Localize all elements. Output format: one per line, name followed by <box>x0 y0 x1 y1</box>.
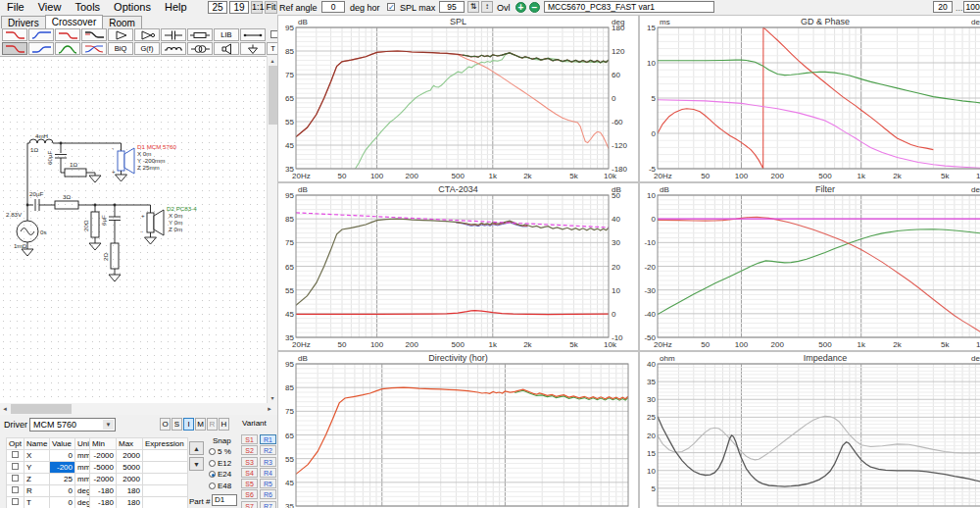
lib-button[interactable]: LIB <box>214 28 239 41</box>
table-cell[interactable]: deg <box>75 497 90 508</box>
ref-angle-input[interactable]: 0 <box>321 1 345 13</box>
table-cell[interactable]: 180 <box>117 497 143 508</box>
table-cell[interactable]: Y <box>24 462 50 474</box>
opt-checkbox[interactable] <box>12 486 19 493</box>
table-cell[interactable]: 0 <box>50 485 75 497</box>
transformer-icon[interactable] <box>187 42 213 55</box>
wire-icon[interactable] <box>240 28 266 41</box>
table-cell[interactable] <box>143 462 188 474</box>
gain-block-icon[interactable] <box>108 28 133 41</box>
snap-option-e12[interactable]: E12 <box>209 459 231 468</box>
snap-option-e24[interactable]: E24 <box>209 470 231 479</box>
mode-button-i[interactable]: I <box>183 418 194 431</box>
autoscale-button[interactable]: ↕ <box>481 1 493 13</box>
table-cell[interactable] <box>143 450 188 462</box>
driver-dropdown[interactable]: MCM 5760 ▼ <box>29 418 116 432</box>
opt-checkbox[interactable] <box>12 498 19 505</box>
highpass-blue-icon[interactable] <box>28 28 54 41</box>
table-cell[interactable]: -5000 <box>90 462 117 474</box>
scroll-up-icon[interactable]: ▴ <box>268 56 277 66</box>
opt-checkbox[interactable] <box>12 475 19 482</box>
table-cell[interactable]: 25 <box>50 474 75 485</box>
table-cell[interactable]: mm <box>75 474 90 485</box>
schematic-vertical-scrollbar[interactable]: ▴ ▾ <box>267 56 277 403</box>
tab-room[interactable]: Room <box>102 16 142 28</box>
freq-max-input[interactable]: 1000 <box>963 1 980 13</box>
menu-item-tools[interactable]: Tools <box>68 0 107 14</box>
mode-button-s[interactable]: S <box>172 418 182 431</box>
lowpass2-red-icon[interactable] <box>55 28 80 41</box>
table-cell[interactable]: 180 <box>117 485 143 497</box>
mode-button-o[interactable]: O <box>160 418 171 431</box>
snap-option-e48[interactable]: E48 <box>209 482 231 490</box>
scroll-left-icon[interactable]: ◂ <box>0 404 10 414</box>
spl-max-input[interactable]: 95 <box>439 1 465 13</box>
mode-button-h[interactable]: H <box>219 418 229 431</box>
table-cell[interactable]: Z <box>24 474 50 485</box>
ground-icon[interactable] <box>240 42 266 55</box>
table-cell[interactable]: 0 <box>50 450 75 462</box>
scroll-down-icon[interactable]: ▾ <box>268 393 277 403</box>
table-cell[interactable]: 2000 <box>117 450 143 462</box>
spl-max-spinner[interactable]: ⇅ <box>467 1 479 13</box>
scrollbar-thumb[interactable] <box>11 404 72 414</box>
remove-overlay-button[interactable]: − <box>529 2 540 13</box>
freq-min-input[interactable]: 20 <box>933 1 953 13</box>
part-number-field[interactable]: D1 <box>212 494 237 506</box>
shelf-blue-icon[interactable] <box>28 42 54 55</box>
overlay-name-input[interactable]: MCC5670_PC83_FAST var1 <box>544 1 714 13</box>
table-cell[interactable]: 2000 <box>117 474 143 485</box>
table-cell[interactable]: mm <box>75 450 90 462</box>
variant-button-s6[interactable]: S6 <box>241 489 258 499</box>
schematic-canvas[interactable]: 4mH 1Ω 60µF 1Ω -+ D1 MCM 5760 X 0m Y -20… <box>0 56 267 403</box>
table-cell[interactable]: -180 <box>90 485 117 497</box>
schematic-horizontal-scrollbar[interactable]: ◂ ▸ <box>0 403 277 415</box>
add-overlay-button[interactable]: + <box>515 2 526 13</box>
resistor-icon[interactable] <box>187 28 213 41</box>
table-cell[interactable]: -180 <box>90 497 117 508</box>
lowpass-red-icon[interactable] <box>2 28 27 41</box>
table-cell[interactable] <box>143 485 188 497</box>
biquad-button[interactable]: BiQ <box>108 42 133 55</box>
lowpass-red-active-icon[interactable] <box>2 42 27 55</box>
table-cell[interactable]: 0 <box>50 497 75 508</box>
tab-crossover[interactable]: Crossover <box>45 15 104 28</box>
fit-button[interactable]: Fit <box>265 1 277 14</box>
menu-item-options[interactable]: Options <box>107 0 158 14</box>
scrollbar-thumb[interactable] <box>269 66 277 125</box>
table-cell[interactable]: X <box>24 450 50 462</box>
spl-max-checkbox[interactable]: ✓ <box>387 3 395 11</box>
grid-height-input[interactable]: 19 <box>229 1 249 14</box>
tab-drivers[interactable]: Drivers <box>1 16 46 28</box>
gf-button[interactable]: G(f) <box>134 42 160 55</box>
variant-button-s7[interactable]: S7 <box>241 501 258 508</box>
menu-item-help[interactable]: Help <box>158 0 194 14</box>
table-cell[interactable] <box>143 497 188 508</box>
crossover-icon[interactable] <box>81 42 107 55</box>
bandpass-green-icon[interactable] <box>55 42 80 55</box>
table-cell[interactable]: deg <box>75 485 90 497</box>
shelf-black-icon[interactable] <box>81 28 107 41</box>
table-cell[interactable]: R <box>24 485 50 497</box>
table-cell[interactable]: -2000 <box>90 450 117 462</box>
menu-item-view[interactable]: View <box>31 0 69 14</box>
variant-button-s2[interactable]: S2 <box>241 445 258 455</box>
table-cell[interactable]: mm <box>75 462 90 474</box>
menu-item-file[interactable]: File <box>0 0 31 14</box>
opt-checkbox[interactable] <box>12 463 19 470</box>
table-cell[interactable] <box>143 474 188 485</box>
inductor-icon[interactable] <box>161 42 186 55</box>
grid-width-input[interactable]: 25 <box>208 1 227 14</box>
table-cell[interactable]: -200 <box>50 462 75 474</box>
opt-checkbox[interactable] <box>12 451 19 458</box>
table-cell[interactable]: T <box>24 497 50 508</box>
mode-button-m[interactable]: M <box>195 418 206 431</box>
variant-button-r6[interactable]: R6 <box>260 489 276 499</box>
scroll-right-icon[interactable]: ▸ <box>265 404 274 414</box>
table-cell[interactable]: 5000 <box>117 462 143 474</box>
capacitor-icon[interactable] <box>161 28 186 41</box>
row-down-button[interactable]: ▼ <box>189 457 204 471</box>
table-cell[interactable]: -2000 <box>90 474 117 485</box>
variant-button-r2[interactable]: R2 <box>260 445 276 455</box>
mode-button-r[interactable]: R <box>207 418 218 431</box>
